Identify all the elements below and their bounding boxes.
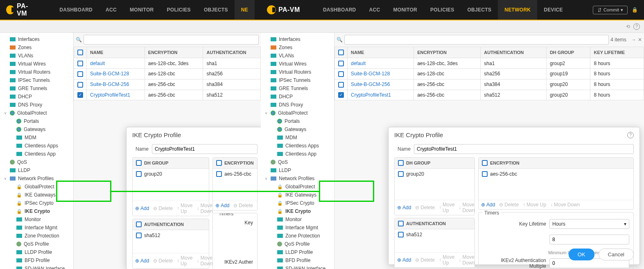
sidebar-item-ike-crypto[interactable]: 🔒IKE Crypto [261, 207, 334, 215]
auth-moveup-button[interactable]: ↑ Move Up [177, 255, 192, 267]
enc-moveup-button[interactable]: ↑ Move Up [523, 202, 546, 208]
sidebar-item-ipsec-crypto[interactable]: 🔒IPSec Crypto [0, 199, 73, 207]
sidebar-item-gre-tunnels[interactable]: GRE Tunnels [261, 84, 334, 93]
dh-movedown-button[interactable]: ↓ Move Down [459, 202, 475, 213]
sidebar-item-zone-protection[interactable]: Zone Protection [0, 232, 73, 240]
sidebar-item-interface-mgmt[interactable]: Interface Mgmt [0, 224, 73, 232]
dh-select-all[interactable] [398, 160, 404, 166]
sidebar-item-monitor[interactable]: Monitor [0, 215, 73, 224]
dh-add-button[interactable]: ⊕ Add [397, 205, 411, 210]
sidebar-item-interfaces[interactable]: Interfaces [261, 35, 334, 43]
profile-name-link[interactable]: default [87, 58, 145, 69]
commit-button[interactable]: ⮃ Commit ▾ [593, 6, 628, 14]
sidebar-item-bfd-profile[interactable]: BFD Profile [0, 256, 73, 264]
sidebar-item-ike-gateways[interactable]: 🔒IKE Gateways [0, 191, 73, 199]
row-checkbox[interactable] [77, 71, 83, 77]
table-row[interactable]: defaultaes-128-cbc, 3dessha1group28 hour… [335, 58, 644, 69]
col-header[interactable]: AUTHENTICATION [203, 47, 261, 58]
sidebar-item-globalprotect[interactable]: 🔒GlobalProtect [0, 183, 73, 191]
profile-name-link[interactable]: default [348, 58, 414, 69]
sidebar-item-dhcp[interactable]: DHCP [0, 93, 73, 101]
enc-row-check[interactable] [216, 171, 222, 177]
nav-policies[interactable]: POLICIES [424, 0, 461, 20]
sidebar-item-mdm[interactable]: MDM [0, 133, 73, 142]
dh-moveup-button[interactable]: ↑ Move Up [439, 202, 454, 213]
sidebar-item-virtual-routers[interactable]: Virtual Routers [0, 68, 73, 76]
sidebar-item-portals[interactable]: Portals [261, 117, 334, 125]
col-header[interactable]: ENCRYPTION [145, 47, 203, 58]
sidebar-item-network-profiles[interactable]: vNetwork Profiles [0, 174, 73, 183]
sidebar-item-clientless-apps[interactable]: Clientless Apps [0, 142, 73, 150]
auth-movedown-button[interactable]: ↓ Move Down [197, 255, 213, 267]
sidebar-item-lldp[interactable]: LLDP [0, 166, 73, 174]
sidebar-item-dhcp[interactable]: DHCP [261, 93, 334, 101]
auth-movedown-button[interactable]: ↓ Move Down [459, 254, 475, 266]
sidebar-item-virtual-wires[interactable]: Virtual Wires [0, 60, 73, 68]
refresh-icon[interactable]: ⟲ [626, 24, 630, 29]
auth-row-check[interactable] [398, 232, 404, 237]
dh-delete-button[interactable]: ⊖ Delete [153, 206, 173, 211]
sidebar-item-lldp-profile[interactable]: LLDP Profile [261, 248, 334, 256]
dh-select-all[interactable] [136, 160, 142, 166]
nav-policies[interactable]: POLICIES [160, 0, 197, 20]
row-checkbox[interactable] [77, 92, 83, 98]
profile-name-link[interactable]: Suite-B-GCM-128 [87, 68, 145, 79]
close-icon[interactable]: ✕ [638, 37, 642, 43]
sidebar-item-vlans[interactable]: VLANs [0, 52, 73, 60]
auth-select-all[interactable] [398, 221, 404, 226]
table-row[interactable]: Suite-B-GCM-256aes-256-cbcsha384 [74, 79, 261, 90]
enc-row-check[interactable] [482, 171, 488, 177]
col-header[interactable]: NAME [348, 47, 414, 58]
row-checkbox[interactable] [338, 71, 344, 77]
sidebar-item-dns-proxy[interactable]: DNS Proxy [0, 101, 73, 109]
auth-row-check[interactable] [136, 233, 142, 238]
table-row[interactable]: Suite-B-GCM-256aes-256-cbcsha384group208… [335, 79, 644, 90]
sidebar-item-sd-wan-interface[interactable]: SD-WAN Interface [261, 264, 334, 269]
sidebar-item-dns-proxy[interactable]: DNS Proxy [261, 101, 334, 109]
row-checkbox[interactable] [338, 61, 344, 66]
sidebar-item-lldp-profile[interactable]: LLDP Profile [0, 248, 73, 256]
sidebar-item-gateways[interactable]: Gateways [261, 125, 334, 133]
sidebar-item-lldp[interactable]: LLDP [261, 166, 334, 174]
nav-acc[interactable]: ACC [363, 0, 387, 20]
table-row[interactable]: CryptoProfileTest1aes-256-cbcsha512 [74, 90, 261, 100]
sidebar-item-vlans[interactable]: VLANs [261, 52, 334, 60]
col-header[interactable]: NAME [87, 47, 145, 58]
sidebar-item-clientless-apps[interactable]: Clientless Apps [261, 142, 334, 150]
key-lifetime-value-input[interactable] [549, 235, 629, 244]
sidebar-item-ipsec-crypto[interactable]: 🔒IPSec Crypto [261, 199, 334, 207]
sidebar-item-ike-crypto[interactable]: 🔒IKE Crypto [0, 207, 73, 215]
col-header[interactable]: ENCRYPTION [414, 47, 481, 58]
table-row[interactable]: CryptoProfileTest1aes-256-cbcsha512group… [335, 90, 644, 100]
nav-acc[interactable]: ACC [99, 0, 123, 20]
sidebar-item-zones[interactable]: Zones [261, 43, 334, 52]
sidebar-item-monitor[interactable]: Monitor [261, 215, 334, 224]
sidebar-item-globalprotect[interactable]: 🔒GlobalProtect [261, 183, 334, 191]
enc-add-button[interactable]: ⊕ Add [215, 203, 229, 208]
sidebar-item-mdm[interactable]: MDM [261, 133, 334, 142]
row-checkbox[interactable] [77, 61, 83, 66]
nav-monitor[interactable]: MONITOR [123, 0, 160, 20]
table-row[interactable]: Suite-B-GCM-128aes-128-cbcsha256group198… [335, 68, 644, 79]
sidebar-item-gateways[interactable]: Gateways [0, 125, 73, 133]
profile-name-link[interactable]: Suite-B-GCM-256 [348, 79, 414, 90]
nav-objects[interactable]: OBJECTS [461, 0, 498, 20]
forward-icon[interactable]: → [631, 37, 636, 43]
sidebar-item-virtual-wires[interactable]: Virtual Wires [261, 60, 334, 68]
nav-device[interactable]: DEVICE [537, 0, 569, 20]
dh-row-check[interactable] [398, 171, 404, 177]
auth-moveup-button[interactable]: ↑ Move Up [439, 254, 454, 266]
sidebar-item-network-profiles[interactable]: vNetwork Profiles [261, 174, 334, 183]
dh-add-button[interactable]: ⊕ Add [135, 206, 149, 211]
enc-select-all[interactable] [482, 160, 488, 166]
sidebar-item-clientless-app[interactable]: Clientless App [261, 150, 334, 158]
auth-select-all[interactable] [136, 222, 142, 227]
sidebar-item-qos[interactable]: QoS [261, 158, 334, 166]
sidebar-item-virtual-routers[interactable]: Virtual Routers [261, 68, 334, 76]
row-checkbox[interactable] [77, 82, 83, 88]
sidebar-item-bfd-profile[interactable]: BFD Profile [261, 256, 334, 264]
dh-row-check[interactable] [136, 171, 142, 177]
dh-delete-button[interactable]: ⊖ Delete [415, 205, 435, 210]
sidebar-item-ike-gateways[interactable]: 🔒IKE Gateways [261, 191, 334, 199]
ok-button[interactable]: OK [569, 249, 594, 260]
